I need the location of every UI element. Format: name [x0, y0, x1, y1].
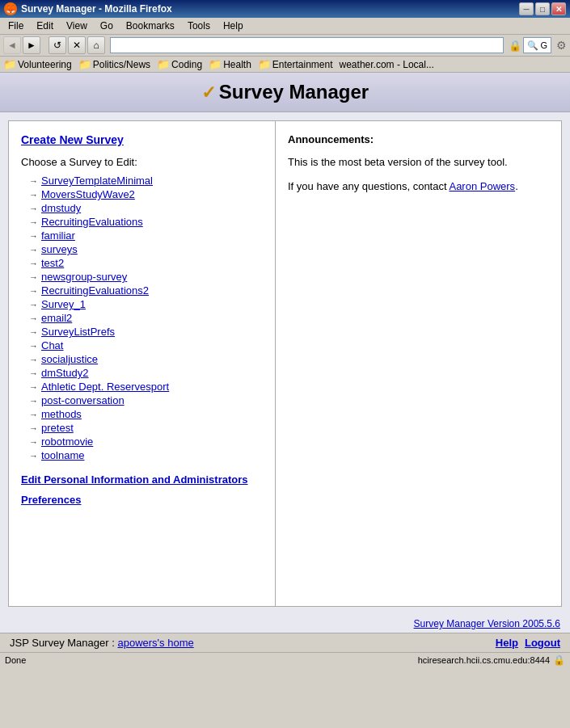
list-item: →familiar [29, 229, 263, 242]
checkmark-icon: ✓ [201, 82, 216, 103]
survey-link[interactable]: newsgroup-survey [41, 271, 127, 283]
lock-icon: 🔒 [509, 40, 521, 52]
survey-link[interactable]: RecruitingEvaluations2 [41, 284, 149, 297]
status-text: Done [5, 655, 26, 665]
folder-icon: 📁 [78, 58, 91, 70]
bookmark-label: Entertainment [272, 59, 333, 70]
bookmark-volunteering[interactable]: 📁 Volunteering [3, 58, 72, 70]
contact-text: If you have any questions, contact Aaron… [288, 179, 549, 194]
survey-link[interactable]: SurveyListPrefs [41, 326, 115, 338]
refresh-button[interactable]: ↺ [49, 36, 66, 54]
choose-survey-label: Choose a Survey to Edit: [21, 156, 263, 168]
list-item: →methods [29, 408, 263, 420]
arrow-icon: → [29, 286, 38, 296]
version-link[interactable]: Survey Manager Version 2005.5.6 [414, 618, 560, 629]
title-bar: 🦊 Survey Manager - Mozilla Firefox ─ □ ✕ [0, 0, 570, 18]
survey-link[interactable]: dmstudy [41, 202, 81, 214]
user-home-link[interactable]: apowers's home [117, 637, 193, 649]
forward-button[interactable]: ► [23, 36, 40, 54]
preferences-link[interactable]: Preferences [21, 494, 263, 506]
survey-link[interactable]: RecruitingEvaluations [41, 216, 143, 228]
list-item: →Chat [29, 339, 263, 351]
address-bar[interactable] [110, 37, 504, 53]
settings-icon[interactable]: ⚙ [556, 39, 567, 52]
toolbar: ◄ ► ↺ ✕ ⌂ 🔒 🔍 G ⚙ [0, 35, 570, 57]
survey-link[interactable]: Athletic Dept. Reservesport [41, 381, 169, 393]
folder-icon: 📁 [157, 58, 170, 70]
survey-link[interactable]: MoversStudyWave2 [41, 188, 135, 200]
arrow-icon: → [29, 355, 38, 364]
list-item: →dmStudy2 [29, 367, 263, 379]
edit-personal-link[interactable]: Edit Personal Information and Administra… [21, 473, 263, 486]
menu-go[interactable]: Go [95, 19, 118, 32]
bookmark-politics[interactable]: 📁 Politics/News [78, 58, 150, 70]
menu-view[interactable]: View [61, 19, 92, 32]
right-panel: Announcements: This is the most beta ver… [276, 121, 561, 606]
list-item: →Survey_1 [29, 298, 263, 310]
menu-tools[interactable]: Tools [183, 19, 215, 32]
arrow-icon: → [29, 217, 38, 227]
survey-link[interactable]: surveys [41, 243, 78, 255]
server-text: hciresearch.hcii.cs.cmu.edu:8444 [418, 655, 550, 665]
page-title: ✓Survey Manager [201, 81, 369, 103]
back-button[interactable]: ◄ [3, 36, 21, 54]
announcements-title: Announcements: [288, 133, 549, 145]
survey-link[interactable]: methods [41, 408, 82, 420]
arrow-icon: → [29, 231, 38, 241]
survey-link[interactable]: post-conversation [41, 394, 125, 406]
survey-link[interactable]: robotmovie [41, 436, 93, 448]
help-link[interactable]: Help [496, 637, 518, 649]
list-item: →newsgroup-survey [29, 271, 263, 283]
bookmark-health[interactable]: 📁 Health [209, 58, 251, 70]
survey-link[interactable]: test2 [41, 257, 64, 269]
arrow-icon: → [29, 396, 38, 406]
page-header: ✓Survey Manager [0, 73, 570, 112]
bookmark-entertainment[interactable]: 📁 Entertainment [258, 58, 333, 70]
announcement-text: This is the most beta version of the sur… [288, 155, 549, 170]
arrow-icon: → [29, 437, 38, 447]
stop-button[interactable]: ✕ [68, 36, 86, 54]
bookmark-label: Politics/News [93, 59, 150, 70]
close-button[interactable]: ✕ [551, 2, 566, 15]
folder-icon: 📁 [258, 58, 271, 70]
create-survey-link[interactable]: Create New Survey [21, 133, 263, 146]
survey-link[interactable]: pretest [41, 422, 74, 434]
survey-link[interactable]: socialjustice [41, 353, 98, 365]
list-item: →socialjustice [29, 353, 263, 365]
survey-link[interactable]: Survey_1 [41, 298, 86, 310]
maximize-button[interactable]: □ [535, 2, 550, 15]
survey-link[interactable]: email2 [41, 312, 72, 324]
logout-link[interactable]: Logout [525, 637, 560, 649]
bookmark-label: Coding [171, 59, 202, 70]
arrow-icon: → [29, 368, 38, 378]
minimize-button[interactable]: ─ [519, 2, 534, 15]
bookmark-weather[interactable]: weather.com - Local... [340, 59, 434, 70]
menu-edit[interactable]: Edit [32, 19, 58, 32]
survey-link[interactable]: SurveyTemplateMinimal [41, 175, 153, 187]
window-controls: ─ □ ✕ [519, 2, 566, 15]
bookmark-label: weather.com - Local... [340, 59, 434, 70]
window-title: Survey Manager - Mozilla Firefox [21, 3, 172, 15]
home-button[interactable]: ⌂ [87, 36, 105, 54]
arrow-icon: → [29, 314, 38, 323]
arrow-icon: → [29, 423, 38, 433]
list-item: →Athletic Dept. Reservesport [29, 381, 263, 393]
folder-icon: 📁 [209, 58, 222, 70]
list-item: →toolname [29, 449, 263, 461]
bottom-links: Edit Personal Information and Administra… [21, 473, 263, 506]
list-item: →post-conversation [29, 394, 263, 406]
contact-link[interactable]: Aaron Powers [449, 180, 515, 192]
contact-prefix: If you have any questions, contact [288, 180, 449, 192]
menu-bar: File Edit View Go Bookmarks Tools Help [0, 18, 570, 35]
menu-bookmarks[interactable]: Bookmarks [121, 19, 179, 32]
menu-file[interactable]: File [3, 19, 28, 32]
main-layout: Create New Survey Choose a Survey to Edi… [8, 120, 562, 607]
survey-link[interactable]: dmStudy2 [41, 367, 89, 379]
bookmark-coding[interactable]: 📁 Coding [157, 58, 202, 70]
survey-link[interactable]: Chat [41, 339, 63, 351]
survey-link[interactable]: toolname [41, 449, 84, 461]
survey-link[interactable]: familiar [41, 229, 75, 242]
menu-help[interactable]: Help [218, 19, 248, 32]
arrow-icon: → [29, 245, 38, 255]
search-engine-label: G [540, 40, 547, 50]
